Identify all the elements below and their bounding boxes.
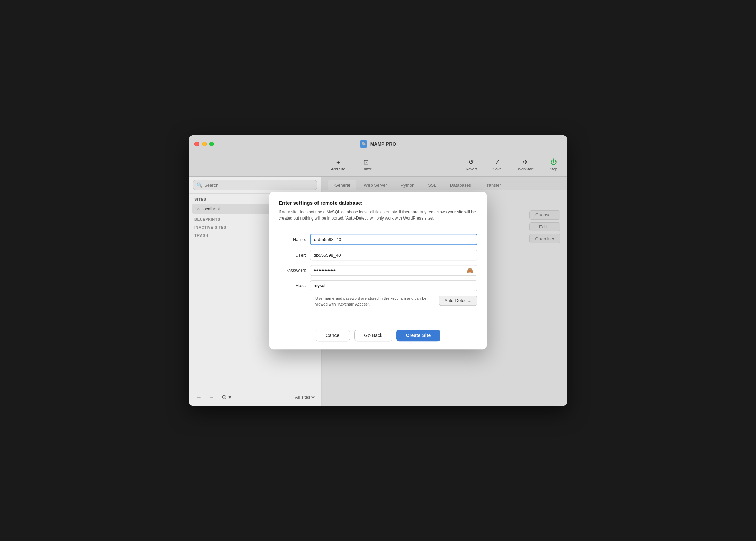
search-input[interactable] (204, 182, 313, 188)
inactive-sites-label: INACTIVE SITES (194, 225, 226, 229)
cancel-button[interactable]: Cancel (316, 330, 350, 341)
editor-button[interactable]: ⊡ Editor (358, 156, 376, 174)
dialog-header: Enter settings of remote database: If yo… (269, 192, 487, 227)
save-button[interactable]: ✓ Save (489, 156, 506, 174)
dialog-name-field: Name: (279, 234, 477, 245)
dialog-title: Enter settings of remote database: (279, 200, 477, 206)
mamp-icon: 🐘 (360, 140, 367, 148)
add-site-icon: ＋ (335, 159, 342, 165)
dialog-host-label: Host: (279, 283, 306, 288)
revert-label: Revert (466, 167, 477, 171)
sidebar-footer: ＋ － ⊙ ▾ All sites (189, 388, 321, 406)
traffic-lights (194, 142, 214, 146)
go-back-button[interactable]: Go Back (354, 330, 392, 341)
save-label: Save (493, 167, 502, 171)
add-site-footer-button[interactable]: ＋ (194, 391, 203, 402)
dialog-password-field: Password: 🙈 (279, 265, 477, 276)
stop-label: Stop (550, 167, 557, 171)
dialog-password-input[interactable] (310, 265, 463, 275)
search-icon: 🔍 (197, 182, 202, 188)
editor-label: Editor (362, 167, 372, 171)
editor-icon: ⊡ (363, 159, 369, 165)
window-title-area: 🐘 MAMP PRO (360, 140, 396, 148)
toolbar-right: ＋ Add Site ⊡ Editor ↺ Revert ✓ Save ✈ We… (327, 156, 562, 174)
add-site-button[interactable]: ＋ Add Site (327, 156, 349, 174)
toolbar: ＋ Add Site ⊡ Editor ↺ Revert ✓ Save ✈ We… (189, 153, 567, 177)
stop-button[interactable]: ⏻ Stop (546, 156, 562, 174)
title-bar: 🐘 MAMP PRO (189, 135, 567, 153)
blueprints-label: BLUEPRINTS (194, 217, 220, 221)
search-box[interactable]: 🔍 (193, 180, 317, 190)
create-site-button[interactable]: Create Site (396, 330, 440, 341)
dialog-footer: Cancel Go Back Create Site (269, 326, 487, 349)
dialog-user-label: User: (279, 252, 306, 258)
sidebar-search-area: 🔍 (189, 177, 321, 194)
minimize-button[interactable] (202, 142, 207, 146)
dialog-host-field: Host: (279, 280, 477, 291)
password-toggle-button[interactable]: 🙈 (463, 267, 477, 274)
dialog-host-input[interactable] (310, 280, 477, 291)
dialog-note-row: User name and password are stored in the… (279, 296, 477, 308)
dialog-description: If your site does not use a MySQL databa… (279, 209, 477, 227)
webstart-label: WebStart (518, 167, 534, 171)
dialog-user-input[interactable] (310, 250, 477, 260)
auto-detect-button[interactable]: Auto-Detect... (439, 296, 477, 306)
maximize-button[interactable] (209, 142, 214, 146)
webstart-button[interactable]: ✈ WebStart (514, 156, 538, 174)
dialog-body: Name: User: Password: 🙈 Host (269, 227, 487, 314)
all-sites-select[interactable]: All sites (294, 394, 316, 400)
dialog-name-label: Name: (279, 237, 306, 242)
dialog-divider (269, 320, 487, 320)
sites-label: SITES (194, 197, 206, 202)
dialog-user-field: User: (279, 250, 477, 260)
more-footer-button[interactable]: ⊙ ▾ (220, 392, 233, 402)
localhost-icon: ○ (197, 207, 200, 211)
app-window: 🐘 MAMP PRO ＋ Add Site ⊡ Editor ↺ Revert … (189, 135, 567, 406)
window-title: MAMP PRO (370, 141, 396, 147)
remove-site-footer-button[interactable]: － (207, 391, 216, 402)
dialog-password-wrap: 🙈 (310, 265, 477, 276)
trash-label: TRASH (194, 233, 208, 238)
close-button[interactable] (194, 142, 199, 146)
eye-slash-icon: 🙈 (467, 267, 474, 273)
dialog-note: User name and password are stored in the… (315, 296, 433, 308)
revert-button[interactable]: ↺ Revert (462, 156, 481, 174)
sidebar-item-localhost-label: localhost (202, 206, 220, 211)
webstart-icon: ✈ (523, 159, 529, 165)
add-site-label: Add Site (331, 167, 345, 171)
stop-icon: ⏻ (550, 159, 557, 165)
save-icon: ✓ (495, 159, 500, 165)
dialog-name-input[interactable] (310, 234, 477, 245)
dialog-password-label: Password: (279, 268, 306, 273)
revert-icon: ↺ (468, 159, 474, 165)
remote-db-dialog: Enter settings of remote database: If yo… (269, 192, 487, 349)
